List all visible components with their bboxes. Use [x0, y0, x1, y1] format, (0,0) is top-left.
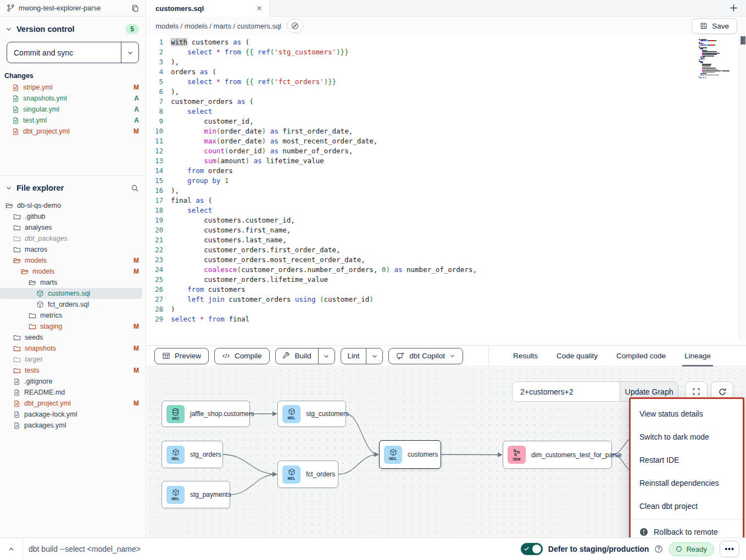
defer-label: Defer to staging/production — [548, 545, 649, 553]
tree-item-staging[interactable]: stagingM — [0, 321, 146, 332]
folder-open-icon — [29, 279, 36, 286]
compile-button[interactable]: Compile — [214, 348, 270, 364]
tab-code-quality[interactable]: Code quality — [556, 345, 598, 367]
tree-item-models[interactable]: modelsM — [0, 255, 146, 266]
tree-item-fct_orders.sql[interactable]: fct_orders.sql — [0, 299, 146, 310]
new-tab-plus-icon[interactable] — [729, 3, 738, 13]
tree-item-package-lock.yml[interactable]: package-lock.yml — [0, 409, 146, 420]
defer-toggle[interactable] — [521, 543, 543, 555]
tab-lineage[interactable]: Lineage — [684, 345, 711, 367]
preview-button[interactable]: Preview — [154, 348, 209, 364]
lineage-node-customers[interactable]: MDL customers — [379, 440, 441, 469]
copy-icon[interactable] — [131, 4, 139, 12]
help-icon[interactable] — [654, 545, 663, 553]
editor-scrollbar[interactable] — [739, 36, 746, 341]
file-explorer-title: File explorer — [16, 184, 126, 192]
tree-item-label: models — [32, 268, 130, 275]
tree-item-packages.yml[interactable]: packages.yml — [0, 420, 146, 431]
code-line: 5 select * from {{ ref('fct_orders')}} — [147, 77, 713, 87]
change-item-test.yml[interactable]: test.yml A — [0, 115, 146, 126]
change-item-dbt_project.yml[interactable]: dbt_project.yml M — [0, 126, 146, 137]
file-icon — [12, 95, 19, 102]
code-editor[interactable]: 1with customers as (2 select * from {{ r… — [147, 36, 746, 345]
lineage-node-stg_payments[interactable]: MDL stg_payments — [162, 481, 230, 508]
command-input[interactable]: dbt build --select <model_name> — [23, 538, 521, 560]
ide-options-menu: View status detailsSwitch to dark modeRe… — [629, 397, 744, 537]
tree-item-label: tests — [25, 367, 130, 374]
code-line: 27 left join customer_orders using (cust… — [147, 295, 713, 304]
close-icon[interactable] — [256, 5, 263, 12]
search-icon[interactable] — [131, 184, 139, 192]
tree-item-target[interactable]: target — [0, 354, 146, 365]
tree-item-marts[interactable]: marts — [0, 277, 146, 288]
change-file-name: dbt_project.yml — [23, 127, 130, 135]
node-label: stg_orders — [190, 451, 221, 458]
lineage-node-fct_orders[interactable]: MDL fct_orders — [277, 461, 338, 488]
build-label: Build — [295, 352, 311, 360]
lint-button[interactable]: Lint — [341, 348, 366, 364]
tab-results[interactable]: Results — [513, 345, 538, 367]
version-control-title: Version control — [16, 25, 121, 34]
tab-compiled-code[interactable]: Compiled code — [616, 345, 666, 367]
lineage-node-stg_customers[interactable]: MDL stg_customers — [277, 401, 346, 427]
tree-item-metrics[interactable]: metrics — [0, 310, 146, 321]
menu-item-rollback-to-remote[interactable]: Rollback to remote — [631, 520, 743, 537]
tree-item-db-sl-qs-demo[interactable]: db-sl-qs-demo — [0, 200, 146, 211]
cube-icon — [36, 301, 44, 308]
file-explorer-header[interactable]: File explorer — [0, 176, 146, 198]
code-line: 14 from orders — [147, 166, 713, 176]
cube-icon: MDL — [384, 446, 402, 464]
menu-item-switch-to-dark-mode[interactable]: Switch to dark mode — [631, 425, 743, 448]
changes-count-badge: 5 — [125, 24, 139, 34]
lineage-node-stg_orders[interactable]: MDL stg_orders — [162, 441, 223, 468]
tree-item-macros[interactable]: macros — [0, 244, 146, 255]
status-circle-icon — [676, 546, 682, 552]
tree-item-README.md[interactable]: README.md — [0, 387, 146, 398]
build-options-chevron[interactable] — [318, 348, 335, 364]
tree-item-.github[interactable]: .github — [0, 211, 146, 222]
build-button[interactable]: Build — [276, 348, 318, 364]
lint-options-chevron[interactable] — [366, 348, 382, 364]
menu-item-restart-ide[interactable]: Restart IDE — [631, 448, 743, 472]
branch-selector[interactable]: mwong-test-explorer-parse — [0, 0, 146, 16]
table-icon — [162, 352, 170, 360]
menu-item-view-status-details[interactable]: View status details — [631, 402, 743, 425]
tree-item-seeds[interactable]: seeds — [0, 332, 146, 343]
minimap[interactable] — [699, 39, 737, 79]
dbt-copilot-button[interactable]: dbt Copilot — [388, 348, 463, 364]
explore-compass-icon[interactable] — [287, 19, 303, 33]
menu-item-clean-dbt-project[interactable]: Clean dbt project — [631, 495, 743, 518]
ide-status-badge[interactable]: Ready — [669, 542, 714, 556]
change-item-singular.yml[interactable]: singular.yml A — [0, 104, 146, 115]
code-line: 12 count(order_id) as number_of_orders, — [147, 146, 713, 156]
tab-customers-sql[interactable]: customers.sql — [147, 0, 270, 16]
tree-item-customers.sql[interactable]: customers.sql — [0, 288, 142, 299]
dbt-ide-window: mwong-test-explorer-parse Version contro… — [0, 0, 746, 560]
tree-item-dbt_packages[interactable]: dbt_packages — [0, 233, 146, 244]
change-item-stripe.yml[interactable]: stripe.yml M — [0, 82, 146, 93]
chevron-down-icon — [449, 353, 455, 359]
tree-item-dbt_project.yml[interactable]: dbt_project.ymlM — [0, 398, 146, 409]
toolbar-separator — [488, 345, 489, 367]
scrollbar-thumb[interactable] — [741, 36, 745, 45]
node-label: stg_payments — [190, 491, 231, 498]
tree-item-snapshots[interactable]: snapshotsM — [0, 343, 146, 354]
lineage-node-dim_customers_test_for_parse[interactable]: SEM dim_customers_test_for_parse — [503, 441, 612, 469]
version-control-header[interactable]: Version control 5 — [0, 16, 146, 40]
commit-and-sync-button[interactable]: Commit and sync — [7, 42, 139, 63]
chevron-up-icon[interactable] — [0, 538, 23, 560]
menu-item-reinstall-dependencies[interactable]: Reinstall dependencies — [631, 472, 743, 495]
lineage-selector-input[interactable] — [513, 382, 620, 401]
save-button[interactable]: Save — [692, 18, 737, 34]
tree-item-label: fct_orders.sql — [48, 301, 139, 308]
tree-item-analyses[interactable]: analyses — [0, 222, 146, 233]
lineage-node-jaffle_shop.customers[interactable]: SRC jaffle_shop.customers — [162, 401, 250, 427]
more-options-button[interactable]: ••• — [720, 541, 739, 557]
code-line: 19 customers.customer_id, — [147, 215, 713, 225]
commit-options-chevron[interactable] — [121, 42, 138, 63]
tree-item-.gitignore[interactable]: .gitignore — [0, 376, 146, 387]
tree-item-tests[interactable]: testsM — [0, 365, 146, 376]
tree-item-models[interactable]: modelsM — [0, 266, 146, 277]
lineage-canvas[interactable]: SRC jaffle_shop.customersMDL stg_custome… — [147, 367, 746, 537]
change-item-snapshots.yml[interactable]: snapshots.yml A — [0, 93, 146, 104]
